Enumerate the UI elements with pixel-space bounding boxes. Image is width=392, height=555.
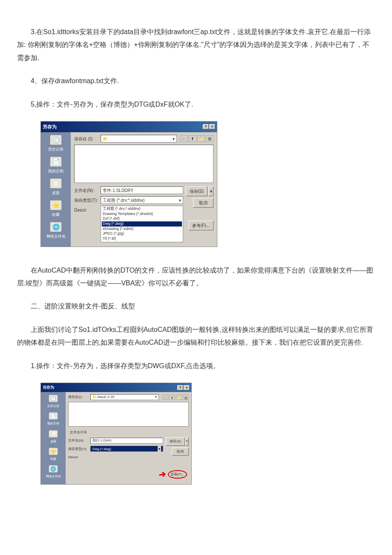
newfolder-icon[interactable]: 📁 [176,395,182,400]
filetype-option[interactable]: 工程图 (*.drv;*.slddrw) [102,206,182,212]
note-text: 文件名不符 [68,429,189,436]
arrow-annotation-icon: ➔ [157,466,167,483]
dialog-titlebar: 另存为 ? × [41,383,191,392]
dialog-title: 另存为 [43,384,54,391]
back-icon[interactable]: ← [180,135,188,142]
sidebar-history[interactable]: 🕘 历史记录 [41,395,66,409]
sidebar-network[interactable]: 🌐 网络文件夹 [41,465,66,479]
mydocs-icon: 📄 [50,157,62,167]
description-label: Descri [74,206,99,214]
newfolder-icon[interactable]: 📁 [197,135,205,142]
save-split-icon[interactable]: ▾ [208,186,213,196]
favorites-icon: ⭐ [50,200,62,210]
filetype-dropdown[interactable]: 工程图 (*.drv;*.slddrw) ▾ [101,196,183,204]
save-in-dropdown[interactable]: 📁 ▾ [101,135,177,142]
close-icon[interactable]: × [184,385,190,390]
save-button[interactable]: 保存(S) [166,437,185,445]
save-in-dropdown[interactable]: 📁J4aoE-2-35 ▾ [90,394,159,400]
places-sidebar: 🕘 历史记录 📄 我的文档 🖥 桌面 ⭐ 收藏 🌐 网络文件夹 [41,132,71,247]
paragraph-step1: 1.操作：文件-另存为，选择保存类型为DWG或DXF,点击选项, [17,360,375,372]
paragraph-discuss: 上面我们讨论了So1.idTOrks工程囵到AutoCAD图版的一般转换,这样转… [17,323,375,349]
views-icon[interactable]: ▥ [206,135,213,142]
paragraph-3: 3.在So1.idttorks安装目录下的data目录中找到drawfont三a… [17,26,375,64]
sidebar-favorites[interactable]: ⭐ 收藏 [41,447,66,462]
file-list[interactable] [68,402,189,427]
sidebar-network[interactable]: 🌐 网络文件夹 [41,222,71,240]
filetype-option[interactable]: Dxf (*.dxf) [102,216,182,221]
filetype-option[interactable]: Drawing Templates (*.drwdot) [102,212,182,217]
reference-button[interactable]: 参考(F)... [188,221,213,230]
history-icon: 🕘 [49,395,58,402]
filename-input[interactable]: 零件-1.SLDDRY [101,186,183,194]
sidebar-desktop[interactable]: 🖥 桌面 [41,430,66,444]
sidebar-mydocs[interactable]: 📄 我的文档 [41,157,71,175]
dialog-title: 另存为 [43,122,57,131]
network-icon: 🌐 [49,465,58,473]
help-icon[interactable]: ? [177,385,183,390]
close-icon[interactable]: × [209,124,215,129]
filetype-option[interactable]: JPEG (*.jpg) [102,231,182,236]
desktop-icon: 🖥 [50,178,62,189]
filetype-dropdown[interactable]: Dwg (*.dwg) ▾ [90,446,163,452]
filetype-option[interactable]: Tif (*.tif) [102,236,182,241]
save-as-dialog-2: 另存为 ? × 🕘 历史记录 📄 我的文档 🖥 桌面 [40,383,375,485]
save-split-icon[interactable]: ▾ [185,437,189,445]
up-icon[interactable]: ⬆ [169,395,175,400]
dialog-titlebar: 另存为 ? × [41,122,217,132]
back-icon[interactable]: ← [162,395,168,400]
save-button[interactable]: 保存(S) [186,186,208,196]
cancel-button[interactable]: 取消 [172,447,189,456]
sidebar-desktop[interactable]: 🖥 桌面 [41,178,71,197]
description-label: Descri [68,454,89,460]
filename-input[interactable]: 我们-1.DWG [90,438,163,444]
file-list[interactable] [74,145,213,183]
sidebar-history[interactable]: 🕘 历史记录 [41,135,71,153]
history-icon: 🕘 [50,135,62,145]
filename-label: 文件名(N): [68,437,89,444]
sidebar-favorites[interactable]: ⭐ 收藏 [41,200,71,218]
paragraph-4: 4、保存drawfontmap.txt文件. [17,75,375,87]
places-sidebar: 🕘 历史记录 📄 我的文档 🖥 桌面 ⭐ 收藏 🌐 网络文件夹 [41,392,66,484]
paragraph-autocad: 在AutoCAD中翻开刚刚转换的DTO的文件，应该性换的比较成功了，如果你觉得满… [17,264,375,290]
heading-section-2: 二、进阶没置映射文件-图反、线型 [17,300,375,313]
paragraph-5: 5,操作：文件-另存为，保存类型为DTG或DxF就OK了. [17,98,375,111]
cancel-button[interactable]: 取消 [193,198,213,208]
save-as-dialog-1: 另存为 ? × 🕘 历史记录 📄 我的文档 🖥 桌面 [40,121,375,247]
filetype-option[interactable]: eDrawing (*.edrw) [102,227,182,232]
filetype-label: 保存类型(T): [68,446,89,452]
mydocs-icon: 📄 [49,412,58,420]
filetype-options-list[interactable]: 工程图 (*.drv;*.slddrw) Drawing Templates (… [101,206,183,242]
views-icon[interactable]: ▥ [183,395,189,400]
network-icon: 🌐 [50,222,62,232]
save-in-label: 保存在 (I): [74,135,99,143]
save-in-label: 保存在(I): [68,394,89,400]
help-icon[interactable]: ? [203,124,209,129]
filetype-option-selected[interactable]: Dwg (*.dwg) [102,221,182,227]
filename-label: 文件名(N): [74,186,99,195]
filetype-label: 保存类型(T): [74,196,99,204]
up-icon[interactable]: ⬆ [189,135,196,142]
sidebar-mydocs[interactable]: 📄 我的文档 [41,412,66,426]
desktop-icon: 🖥 [49,430,58,438]
options-button[interactable]: 选项(P)... [168,470,187,478]
favorites-icon: ⭐ [49,447,58,455]
